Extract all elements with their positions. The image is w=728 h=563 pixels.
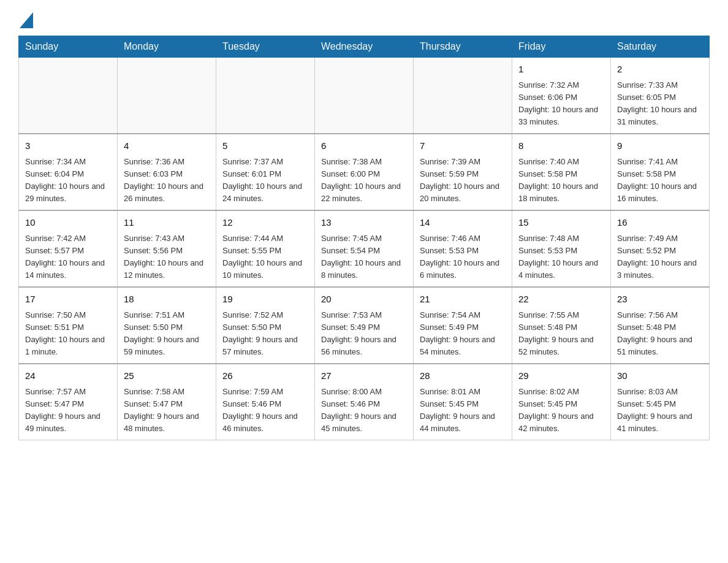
calendar-cell xyxy=(315,58,414,134)
calendar-cell: 4Sunrise: 7:36 AM Sunset: 6:03 PM Daylig… xyxy=(118,134,216,210)
calendar-cell: 3Sunrise: 7:34 AM Sunset: 6:04 PM Daylig… xyxy=(19,134,118,210)
day-info: Sunrise: 7:36 AM Sunset: 6:03 PM Dayligh… xyxy=(124,156,210,205)
day-number: 8 xyxy=(518,139,604,153)
calendar-cell: 12Sunrise: 7:44 AM Sunset: 5:55 PM Dayli… xyxy=(216,210,315,287)
logo xyxy=(18,12,33,29)
calendar-cell: 25Sunrise: 7:58 AM Sunset: 5:47 PM Dayli… xyxy=(118,364,216,440)
calendar-cell: 24Sunrise: 7:57 AM Sunset: 5:47 PM Dayli… xyxy=(19,364,118,440)
day-info: Sunrise: 7:33 AM Sunset: 6:05 PM Dayligh… xyxy=(617,79,703,129)
calendar-cell: 20Sunrise: 7:53 AM Sunset: 5:49 PM Dayli… xyxy=(315,287,414,364)
day-info: Sunrise: 7:41 AM Sunset: 5:58 PM Dayligh… xyxy=(617,156,703,205)
calendar-week-row: 3Sunrise: 7:34 AM Sunset: 6:04 PM Daylig… xyxy=(19,134,710,210)
calendar-cell: 14Sunrise: 7:46 AM Sunset: 5:53 PM Dayli… xyxy=(414,210,512,287)
calendar-week-row: 17Sunrise: 7:50 AM Sunset: 5:51 PM Dayli… xyxy=(19,287,710,364)
calendar-cell: 18Sunrise: 7:51 AM Sunset: 5:50 PM Dayli… xyxy=(118,287,216,364)
calendar-table: SundayMondayTuesdayWednesdayThursdayFrid… xyxy=(18,36,710,440)
day-info: Sunrise: 7:34 AM Sunset: 6:04 PM Dayligh… xyxy=(25,156,111,205)
calendar-cell: 19Sunrise: 7:52 AM Sunset: 5:50 PM Dayli… xyxy=(216,287,315,364)
day-info: Sunrise: 7:56 AM Sunset: 5:48 PM Dayligh… xyxy=(617,309,703,359)
calendar-cell: 22Sunrise: 7:55 AM Sunset: 5:48 PM Dayli… xyxy=(512,287,611,364)
calendar-cell: 7Sunrise: 7:39 AM Sunset: 5:59 PM Daylig… xyxy=(414,134,512,210)
day-number: 28 xyxy=(420,369,506,383)
calendar-cell: 11Sunrise: 7:43 AM Sunset: 5:56 PM Dayli… xyxy=(118,210,216,287)
logo-triangle-icon xyxy=(20,12,33,28)
calendar-cell xyxy=(19,58,118,134)
day-number: 12 xyxy=(222,216,308,230)
day-number: 1 xyxy=(518,63,604,77)
day-number: 14 xyxy=(420,216,506,230)
day-number: 3 xyxy=(25,139,111,153)
day-number: 17 xyxy=(25,293,111,307)
day-info: Sunrise: 7:40 AM Sunset: 5:58 PM Dayligh… xyxy=(518,156,604,205)
day-info: Sunrise: 8:03 AM Sunset: 5:45 PM Dayligh… xyxy=(617,386,703,435)
day-info: Sunrise: 7:49 AM Sunset: 5:52 PM Dayligh… xyxy=(617,232,703,282)
calendar-cell xyxy=(216,58,315,134)
col-header-wednesday: Wednesday xyxy=(315,36,414,58)
calendar-week-row: 1Sunrise: 7:32 AM Sunset: 6:06 PM Daylig… xyxy=(19,58,710,134)
day-number: 9 xyxy=(617,139,703,153)
day-number: 30 xyxy=(617,369,703,383)
calendar-cell xyxy=(414,58,512,134)
day-number: 20 xyxy=(321,293,407,307)
calendar-cell: 23Sunrise: 7:56 AM Sunset: 5:48 PM Dayli… xyxy=(611,287,710,364)
calendar-cell: 5Sunrise: 7:37 AM Sunset: 6:01 PM Daylig… xyxy=(216,134,315,210)
day-info: Sunrise: 7:51 AM Sunset: 5:50 PM Dayligh… xyxy=(124,309,210,359)
calendar-cell: 16Sunrise: 7:49 AM Sunset: 5:52 PM Dayli… xyxy=(611,210,710,287)
day-number: 27 xyxy=(321,369,407,383)
col-header-saturday: Saturday xyxy=(611,36,710,58)
day-info: Sunrise: 7:42 AM Sunset: 5:57 PM Dayligh… xyxy=(25,232,111,282)
calendar-week-row: 10Sunrise: 7:42 AM Sunset: 5:57 PM Dayli… xyxy=(19,210,710,287)
day-number: 18 xyxy=(124,293,210,307)
calendar-cell: 13Sunrise: 7:45 AM Sunset: 5:54 PM Dayli… xyxy=(315,210,414,287)
day-number: 23 xyxy=(617,293,703,307)
calendar-cell: 21Sunrise: 7:54 AM Sunset: 5:49 PM Dayli… xyxy=(414,287,512,364)
calendar-cell: 6Sunrise: 7:38 AM Sunset: 6:00 PM Daylig… xyxy=(315,134,414,210)
day-number: 15 xyxy=(518,216,604,230)
day-info: Sunrise: 7:46 AM Sunset: 5:53 PM Dayligh… xyxy=(420,232,506,282)
calendar-cell: 30Sunrise: 8:03 AM Sunset: 5:45 PM Dayli… xyxy=(611,364,710,440)
svg-marker-0 xyxy=(20,12,33,28)
day-number: 5 xyxy=(222,139,308,153)
calendar-week-row: 24Sunrise: 7:57 AM Sunset: 5:47 PM Dayli… xyxy=(19,364,710,440)
day-info: Sunrise: 7:52 AM Sunset: 5:50 PM Dayligh… xyxy=(222,309,308,359)
calendar-cell: 2Sunrise: 7:33 AM Sunset: 6:05 PM Daylig… xyxy=(611,58,710,134)
day-info: Sunrise: 7:55 AM Sunset: 5:48 PM Dayligh… xyxy=(518,309,604,359)
day-number: 25 xyxy=(124,369,210,383)
day-number: 2 xyxy=(617,63,703,77)
day-number: 24 xyxy=(25,369,111,383)
day-info: Sunrise: 8:00 AM Sunset: 5:46 PM Dayligh… xyxy=(321,386,407,435)
day-info: Sunrise: 7:43 AM Sunset: 5:56 PM Dayligh… xyxy=(124,232,210,282)
calendar-cell: 8Sunrise: 7:40 AM Sunset: 5:58 PM Daylig… xyxy=(512,134,611,210)
page-header xyxy=(18,12,710,29)
day-number: 19 xyxy=(222,293,308,307)
day-info: Sunrise: 7:54 AM Sunset: 5:49 PM Dayligh… xyxy=(420,309,506,359)
col-header-tuesday: Tuesday xyxy=(216,36,315,58)
day-number: 6 xyxy=(321,139,407,153)
day-number: 7 xyxy=(420,139,506,153)
calendar-cell: 1Sunrise: 7:32 AM Sunset: 6:06 PM Daylig… xyxy=(512,58,611,134)
day-info: Sunrise: 7:57 AM Sunset: 5:47 PM Dayligh… xyxy=(25,386,111,435)
day-number: 10 xyxy=(25,216,111,230)
day-number: 16 xyxy=(617,216,703,230)
day-info: Sunrise: 7:39 AM Sunset: 5:59 PM Dayligh… xyxy=(420,156,506,205)
day-info: Sunrise: 7:48 AM Sunset: 5:53 PM Dayligh… xyxy=(518,232,604,282)
day-number: 26 xyxy=(222,369,308,383)
day-info: Sunrise: 7:38 AM Sunset: 6:00 PM Dayligh… xyxy=(321,156,407,205)
calendar-cell: 26Sunrise: 7:59 AM Sunset: 5:46 PM Dayli… xyxy=(216,364,315,440)
day-number: 29 xyxy=(518,369,604,383)
day-info: Sunrise: 7:45 AM Sunset: 5:54 PM Dayligh… xyxy=(321,232,407,282)
calendar-cell: 29Sunrise: 8:02 AM Sunset: 5:45 PM Dayli… xyxy=(512,364,611,440)
calendar-cell: 9Sunrise: 7:41 AM Sunset: 5:58 PM Daylig… xyxy=(611,134,710,210)
col-header-monday: Monday xyxy=(118,36,216,58)
day-info: Sunrise: 7:50 AM Sunset: 5:51 PM Dayligh… xyxy=(25,309,111,359)
calendar-cell: 28Sunrise: 8:01 AM Sunset: 5:45 PM Dayli… xyxy=(414,364,512,440)
calendar-cell xyxy=(118,58,216,134)
day-number: 11 xyxy=(124,216,210,230)
day-info: Sunrise: 7:44 AM Sunset: 5:55 PM Dayligh… xyxy=(222,232,308,282)
day-info: Sunrise: 7:53 AM Sunset: 5:49 PM Dayligh… xyxy=(321,309,407,359)
day-info: Sunrise: 7:59 AM Sunset: 5:46 PM Dayligh… xyxy=(222,386,308,435)
day-info: Sunrise: 7:37 AM Sunset: 6:01 PM Dayligh… xyxy=(222,156,308,205)
col-header-sunday: Sunday xyxy=(19,36,118,58)
calendar-cell: 17Sunrise: 7:50 AM Sunset: 5:51 PM Dayli… xyxy=(19,287,118,364)
calendar-cell: 10Sunrise: 7:42 AM Sunset: 5:57 PM Dayli… xyxy=(19,210,118,287)
